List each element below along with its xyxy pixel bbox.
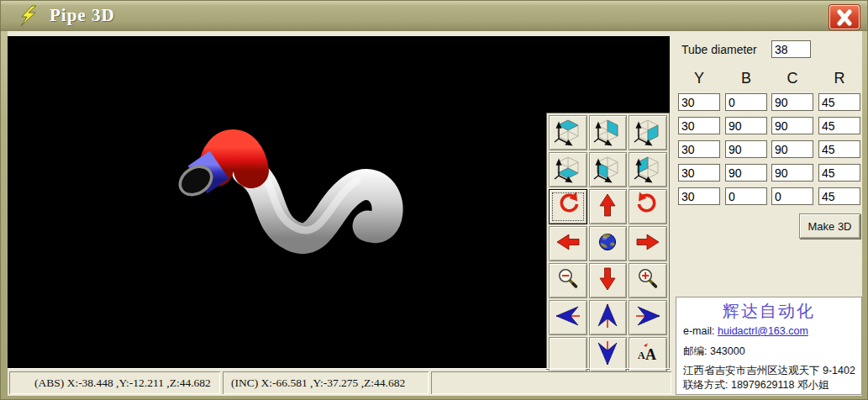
y-input-row3[interactable] — [678, 140, 720, 158]
spin-down-button[interactable] — [589, 337, 628, 372]
zoom-in-button[interactable] — [629, 263, 667, 298]
company-address: 江西省吉安市吉州区达观天下 9-1402 — [683, 364, 855, 378]
c-input-row3[interactable] — [771, 140, 813, 158]
chevron-right-blue-icon — [633, 301, 663, 334]
font-size-button[interactable]: AA — [629, 337, 667, 372]
c-input-row1[interactable] — [771, 93, 813, 111]
c-input-row2[interactable] — [771, 117, 813, 134]
cube-bottom-icon — [553, 153, 583, 187]
pan-left-button[interactable] — [549, 226, 587, 261]
contact-info: 联络方式: 18979629118 邓小姐 — [683, 378, 829, 392]
rotate-cw-button[interactable] — [629, 189, 667, 224]
close-button[interactable] — [829, 5, 860, 29]
b-input-row2[interactable] — [725, 117, 767, 134]
lightning-icon — [19, 5, 38, 27]
b-input-row4[interactable] — [725, 164, 767, 182]
font-aa-icon: AA — [633, 338, 663, 371]
make-3d-button[interactable]: Make 3D — [799, 213, 860, 239]
chevron-up-blue-icon — [592, 301, 623, 334]
chevron-left-blue-icon — [553, 301, 583, 334]
tube-diameter-input[interactable] — [771, 40, 811, 58]
y-input-row5[interactable] — [678, 187, 720, 205]
cube-right-icon — [633, 116, 663, 150]
view-front-button[interactable] — [589, 152, 628, 187]
r-input-row4[interactable] — [818, 164, 860, 182]
view-right-button[interactable] — [629, 115, 667, 150]
r-input-row2[interactable] — [818, 117, 860, 134]
column-header-r: R — [818, 70, 860, 87]
company-info-panel: 辉达自动化 e-mail: huidactrl@163.com 邮编: 3430… — [676, 297, 862, 395]
c-input-row5[interactable] — [771, 187, 813, 205]
c-input-row4[interactable] — [771, 164, 813, 182]
pan-right-button[interactable] — [629, 226, 667, 261]
y-input-row1[interactable] — [678, 93, 720, 111]
cube-back-icon — [592, 116, 623, 150]
r-input-row3[interactable] — [818, 140, 860, 158]
status-bar: (ABS) X:-38.448 ,Y:-12.211 ,Z:44.682 (IN… — [8, 368, 671, 396]
spin-up-button[interactable] — [589, 300, 628, 335]
cube-top-icon — [553, 116, 583, 150]
pan-up-button[interactable] — [589, 189, 628, 224]
spin-left-button[interactable] — [549, 300, 587, 335]
arrow-down-icon — [592, 264, 623, 297]
close-icon — [835, 9, 854, 26]
pan-down-button[interactable] — [589, 263, 628, 298]
inc-coordinates: (INC) X:-66.581 ,Y:-37.275 ,Z:44.682 — [223, 371, 429, 394]
blank-button — [549, 337, 587, 372]
column-header-b: B — [725, 70, 767, 87]
reset-view-button[interactable] — [589, 226, 628, 261]
rotate-cw-icon — [633, 190, 663, 224]
abs-coordinates: (ABS) X:-38.448 ,Y:-12.211 ,Z:44.682 — [9, 371, 220, 394]
status-spacer — [431, 371, 671, 394]
column-header-c: C — [771, 70, 813, 87]
globe-icon — [592, 227, 623, 261]
email-line: e-mail: huidactrl@163.com — [683, 325, 808, 337]
b-input-row1[interactable] — [725, 93, 767, 111]
chevron-down-blue-icon — [592, 338, 623, 371]
b-input-row3[interactable] — [725, 140, 767, 158]
cube-left-icon — [633, 153, 663, 187]
title-bar[interactable]: Pipe 3D — [1, 1, 867, 31]
rotate-ccw-icon — [553, 190, 583, 224]
window-title: Pipe 3D — [50, 5, 115, 26]
view-top-button[interactable] — [549, 115, 587, 150]
zoom-out-button[interactable] — [549, 263, 587, 298]
view-bottom-button[interactable] — [549, 152, 587, 187]
rotate-ccw-button[interactable] — [549, 189, 587, 224]
svg-text:A: A — [638, 350, 645, 361]
svg-text:A: A — [645, 346, 656, 363]
r-input-row1[interactable] — [818, 93, 860, 111]
view-back-button[interactable] — [589, 115, 628, 150]
column-header-y: Y — [678, 70, 720, 87]
b-input-row5[interactable] — [725, 187, 767, 205]
r-input-row5[interactable] — [818, 187, 860, 205]
app-window: Pipe 3D — [0, 0, 868, 400]
email-label: e-mail: — [683, 325, 718, 337]
magnifier-plus-icon — [633, 264, 663, 297]
tube-diameter-label: Tube diameter — [681, 43, 757, 56]
client-area: AA Tube diameter YBCR Make 3D 辉达自动化 e-ma… — [8, 31, 862, 396]
y-input-row2[interactable] — [678, 117, 720, 134]
magnifier-minus-icon — [553, 264, 583, 297]
view-left-button[interactable] — [629, 152, 667, 187]
email-link[interactable]: huidactrl@163.com — [718, 325, 808, 337]
cube-front-icon — [592, 153, 623, 187]
spin-right-button[interactable] — [629, 300, 667, 335]
company-name: 辉达自动化 — [676, 300, 861, 323]
arrow-up-icon — [592, 190, 623, 224]
postal-code: 邮编: 343000 — [683, 345, 745, 359]
arrow-left-icon — [553, 227, 583, 261]
y-input-row4[interactable] — [678, 164, 720, 182]
view-toolbar: AA — [546, 113, 670, 370]
arrow-right-icon — [633, 227, 663, 261]
